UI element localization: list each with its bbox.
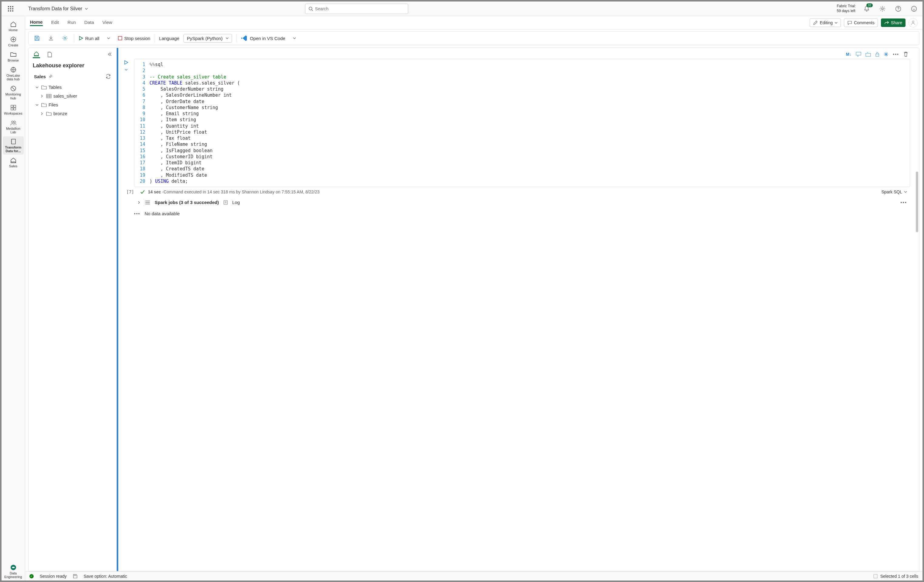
notifications-button[interactable]: 32 (862, 4, 871, 14)
tables-label: Tables (48, 84, 61, 90)
title-text: Transform Data for Silver (28, 6, 82, 12)
output-more-button[interactable]: ••• (134, 211, 140, 216)
settings-gear-button[interactable] (60, 33, 70, 43)
tab-view[interactable]: View (102, 20, 112, 25)
tree-tables[interactable]: Tables (28, 83, 116, 92)
lock-icon[interactable] (875, 52, 879, 57)
selection-text: Selected 1 of 3 cells (880, 574, 918, 579)
tab-edit[interactable]: Edit (51, 20, 59, 25)
separator (74, 34, 74, 43)
delete-cell-button[interactable] (903, 51, 908, 57)
leftnav-monitoring-hub[interactable]: Monitoring hub (3, 83, 24, 102)
status-text: -Command executed in 14 sec 318 ms by Sh… (161, 190, 320, 194)
tab-home[interactable]: Home (30, 20, 43, 26)
leftnav-transform-data-for-[interactable]: Transform Data for... (3, 137, 24, 155)
cell-run-below-icon[interactable] (856, 52, 861, 57)
leftnav-home[interactable]: Home (3, 19, 24, 34)
svg-point-21 (912, 21, 914, 23)
editing-mode-button[interactable]: Editing (810, 18, 841, 27)
sync-icon[interactable] (106, 74, 111, 79)
vscode-label: Open in VS Code (250, 36, 285, 41)
folder-name: bronze (53, 111, 67, 116)
database-row[interactable]: Sales (28, 71, 116, 82)
leftnav-onelake-data-hub[interactable]: OneLake data hub (3, 64, 24, 83)
tree-files[interactable]: Files (28, 101, 116, 109)
cell-language-select[interactable]: Spark SQL (881, 190, 907, 194)
language-select[interactable]: PySpark (Python) (183, 34, 232, 43)
folder-icon (46, 111, 51, 116)
leftnav-workspaces[interactable]: Workspaces (3, 102, 24, 117)
tree: Tables sales_silver Files (28, 82, 116, 119)
cell-more-button[interactable]: ••• (893, 52, 899, 57)
collapse-sidebar-button[interactable] (107, 52, 112, 58)
svg-rect-12 (11, 108, 13, 110)
leftnav-create[interactable]: Create (3, 34, 24, 49)
tab-data[interactable]: Data (84, 20, 94, 25)
spark-jobs-label[interactable]: Spark jobs (3 of 3 succeeded) (155, 200, 219, 205)
svg-point-4 (911, 6, 916, 11)
stop-session-button[interactable]: Stop session (118, 36, 150, 41)
folder-icon (41, 102, 47, 107)
cell-run-above-icon[interactable] (865, 52, 871, 57)
leftnav-medallion-lab[interactable]: Medallion Lab (3, 118, 24, 136)
separator (155, 34, 155, 43)
leftnav-label: Medallion Lab (3, 127, 23, 134)
vscode-dropdown[interactable] (290, 33, 299, 43)
save-button[interactable] (32, 33, 42, 43)
share-icon (884, 20, 889, 25)
search-input[interactable] (315, 7, 405, 11)
comments-button[interactable]: Comments (844, 18, 878, 27)
lakehouse-tab[interactable] (33, 51, 40, 58)
app-launcher-button[interactable] (5, 3, 16, 14)
leftnav-label: Data Engineering (3, 571, 23, 579)
leftnav-persona[interactable]: Data Engineering (3, 562, 24, 580)
scroll-thumb[interactable] (916, 171, 918, 232)
leftnav-label: OneLake data hub (3, 74, 23, 81)
cell-language-label: Spark SQL (881, 190, 902, 194)
plus-circle-icon (10, 36, 16, 43)
pencil-icon (813, 20, 818, 25)
svg-rect-11 (14, 105, 16, 107)
help-button[interactable] (893, 4, 903, 14)
open-vscode-button[interactable]: Open in VS Code (241, 35, 285, 41)
jobs-icon (145, 200, 150, 205)
people-icon (10, 119, 16, 126)
chevron-right-icon (40, 112, 44, 115)
feedback-button[interactable] (909, 4, 919, 14)
home-icon (10, 21, 16, 28)
svg-rect-29 (856, 52, 861, 55)
lakehouse-icon (10, 157, 16, 164)
svg-point-2 (881, 8, 883, 10)
freeze-icon[interactable] (884, 52, 889, 57)
search-box[interactable] (305, 3, 408, 14)
run-cell-button[interactable] (124, 60, 129, 65)
log-label[interactable]: Log (232, 200, 240, 205)
settings-button[interactable] (878, 4, 887, 14)
jobs-more-button[interactable]: ••• (900, 200, 907, 205)
tab-run[interactable]: Run (68, 20, 76, 25)
svg-point-5 (913, 8, 913, 8)
tree-table-sales-silver[interactable]: sales_silver (28, 92, 116, 101)
cell-chevron-down[interactable] (124, 68, 128, 71)
chevron-right-icon[interactable] (137, 201, 141, 204)
save-status-text: Save option: Automatic (84, 574, 127, 579)
cell-toolbar: M↓ ••• (134, 51, 910, 59)
chevron-double-left-icon (107, 52, 112, 57)
download-button[interactable] (46, 33, 56, 43)
leftnav-browse[interactable]: Browse (3, 49, 24, 64)
scrollbar[interactable] (915, 48, 919, 571)
code-editor[interactable]: 1234567891011121314151617181920 %%sql --… (134, 59, 910, 187)
leftnav-label: Sales (9, 164, 18, 168)
share-button[interactable]: Share (881, 18, 906, 27)
run-all-button[interactable]: Run all (79, 36, 99, 41)
line-numbers: 1234567891011121314151617181920 (134, 61, 150, 184)
presence-avatar[interactable] (909, 18, 917, 27)
onelake-icon (10, 66, 16, 73)
svg-rect-31 (876, 54, 879, 56)
notebook-title[interactable]: Transform Data for Silver (28, 6, 88, 12)
convert-markdown-button[interactable]: M↓ (846, 52, 852, 57)
run-all-dropdown[interactable] (104, 33, 114, 43)
leftnav-sales[interactable]: Sales (3, 155, 24, 170)
tree-folder-bronze[interactable]: bronze (28, 109, 116, 118)
files-tab[interactable] (46, 51, 53, 58)
